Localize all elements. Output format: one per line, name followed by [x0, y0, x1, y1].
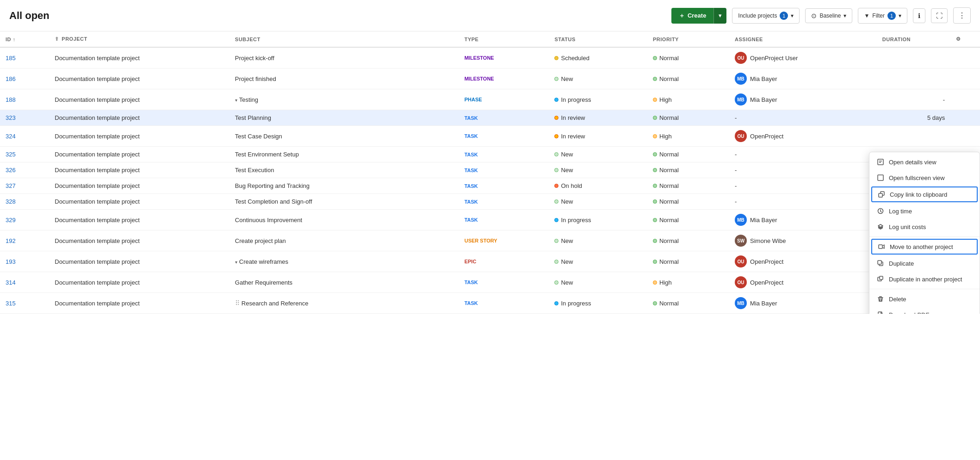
status-dot-icon	[554, 184, 558, 188]
priority-dot-icon	[653, 134, 657, 138]
row-id-link[interactable]: 314	[6, 279, 16, 286]
row-subject: Test Environment Setup	[229, 147, 459, 162]
ctx-divider-1	[869, 236, 980, 237]
row-id-link[interactable]: 324	[6, 133, 16, 140]
ctx-log-unit-costs[interactable]: Log unit costs	[869, 219, 980, 235]
row-assignee: OUOpenProject	[729, 251, 877, 272]
ctx-duplicate-another-label: Duplicate in another project	[889, 276, 962, 283]
row-type: PHASE	[459, 89, 549, 110]
row-assignee: OUOpenProject User	[729, 47, 877, 68]
filter-button[interactable]: ▼ Filter 1 ▾	[858, 8, 907, 24]
trash-icon	[877, 295, 884, 303]
col-header-type[interactable]: TYPE	[459, 31, 549, 47]
ctx-open-details[interactable]: Open details view	[869, 154, 980, 170]
ctx-duplicate-another[interactable]: Duplicate in another project	[869, 271, 980, 287]
row-type: TASK	[459, 293, 549, 314]
row-status: On hold	[549, 178, 647, 194]
row-subject: Project kick-off	[229, 47, 459, 68]
col-header-assignee[interactable]: ASSIGNEE	[729, 31, 877, 47]
ctx-delete-label: Delete	[889, 296, 906, 303]
create-dropdown-button[interactable]: ▾	[713, 8, 726, 24]
more-icon: ⋮	[958, 11, 966, 20]
baseline-icon: ⊙	[811, 12, 817, 19]
row-id-link[interactable]: 327	[6, 182, 16, 189]
row-id-link[interactable]: 188	[6, 96, 16, 103]
include-projects-button[interactable]: Include projects 1 ▾	[732, 8, 800, 24]
ctx-duplicate[interactable]: Duplicate	[869, 255, 980, 271]
avatar: SW	[735, 235, 747, 247]
row-settings	[950, 68, 980, 89]
fullscreen-icon: ⛶	[936, 12, 943, 19]
assignee-name: Simone Wibe	[750, 237, 786, 244]
row-id-link[interactable]: 323	[6, 114, 16, 121]
row-settings	[950, 126, 980, 147]
ctx-open-fullscreen-label: Open fullscreen view	[889, 174, 945, 181]
baseline-button[interactable]: ⊙ Baseline ▾	[805, 8, 852, 23]
row-subject: Test Execution	[229, 162, 459, 178]
ctx-open-fullscreen[interactable]: Open fullscreen view	[869, 170, 980, 186]
row-type: TASK	[459, 162, 549, 178]
row-assignee: MBMia Bayer	[729, 293, 877, 314]
more-options-button[interactable]: ⋮	[953, 7, 971, 24]
include-projects-label: Include projects	[738, 12, 777, 19]
col-header-status[interactable]: STATUS	[549, 31, 647, 47]
ctx-delete[interactable]: Delete	[869, 291, 980, 307]
row-assignee: -	[729, 162, 877, 178]
expand-chevron-icon[interactable]: ▾	[235, 260, 237, 265]
ctx-move-project[interactable]: Move to another project	[871, 239, 978, 255]
drag-handle-icon[interactable]: ⠿	[235, 299, 240, 307]
status-dot-icon	[554, 56, 558, 60]
ctx-copy-link[interactable]: Copy link to clipboard	[871, 186, 978, 202]
row-type: TASK	[459, 194, 549, 210]
row-project: Documentation template project	[49, 126, 229, 147]
status-dot-icon	[554, 98, 558, 102]
priority-dot-icon	[653, 280, 657, 285]
col-header-project[interactable]: ⬆ PROJECT	[49, 31, 229, 47]
ctx-download-pdf[interactable]: Download PDF	[869, 307, 980, 314]
row-id-link[interactable]: 325	[6, 151, 16, 158]
row-assignee: MBMia Bayer	[729, 89, 877, 110]
row-duration: -	[877, 89, 950, 110]
row-subject: Continuous Improvement	[229, 210, 459, 230]
row-id-link[interactable]: 193	[6, 258, 16, 265]
row-id-link[interactable]: 326	[6, 167, 16, 174]
avatar: MB	[735, 214, 747, 226]
col-header-id[interactable]: ID ↑	[0, 31, 49, 47]
row-id-link[interactable]: 192	[6, 237, 16, 244]
status-dot-icon	[554, 301, 558, 305]
move-icon	[878, 243, 885, 250]
row-status: In progress	[549, 293, 647, 314]
row-id-link[interactable]: 329	[6, 217, 16, 224]
col-header-subject[interactable]: SUBJECT	[229, 31, 459, 47]
fullscreen-button[interactable]: ⛶	[931, 8, 948, 23]
assignee-name: Mia Bayer	[750, 75, 777, 82]
info-button[interactable]: ℹ	[913, 8, 925, 23]
row-subject: Test Case Design	[229, 126, 459, 147]
col-header-priority[interactable]: PRIORITY	[647, 31, 729, 47]
status-dot-icon	[554, 116, 558, 120]
expand-chevron-icon[interactable]: ▾	[235, 98, 237, 103]
row-id-link[interactable]: 185	[6, 55, 16, 62]
row-subject: ⠿Research and Reference	[229, 293, 459, 314]
col-header-settings[interactable]: ⚙	[950, 31, 980, 47]
row-duration: 5 days	[877, 110, 950, 126]
row-id-link[interactable]: 315	[6, 300, 16, 307]
row-priority: Normal	[647, 293, 729, 314]
col-header-duration[interactable]: DURATION	[877, 31, 950, 47]
assignee-name: OpenProject User	[750, 55, 798, 62]
row-type: TASK	[459, 272, 549, 293]
row-id-link[interactable]: 186	[6, 75, 16, 82]
status-dot-icon	[554, 77, 558, 81]
table-row: 329Documentation template projectContinu…	[0, 210, 980, 230]
row-project: Documentation template project	[49, 210, 229, 230]
row-id-link[interactable]: 328	[6, 198, 16, 205]
row-assignee: -	[729, 147, 877, 162]
create-button[interactable]: ＋ Create	[671, 8, 713, 24]
row-priority: High	[647, 272, 729, 293]
row-assignee: -	[729, 178, 877, 194]
assignee-name: Mia Bayer	[750, 96, 777, 103]
ctx-log-time[interactable]: Log time	[869, 203, 980, 219]
table-row: 328Documentation template projectTest Co…	[0, 194, 980, 210]
row-type: TASK	[459, 178, 549, 194]
row-project: Documentation template project	[49, 230, 229, 251]
